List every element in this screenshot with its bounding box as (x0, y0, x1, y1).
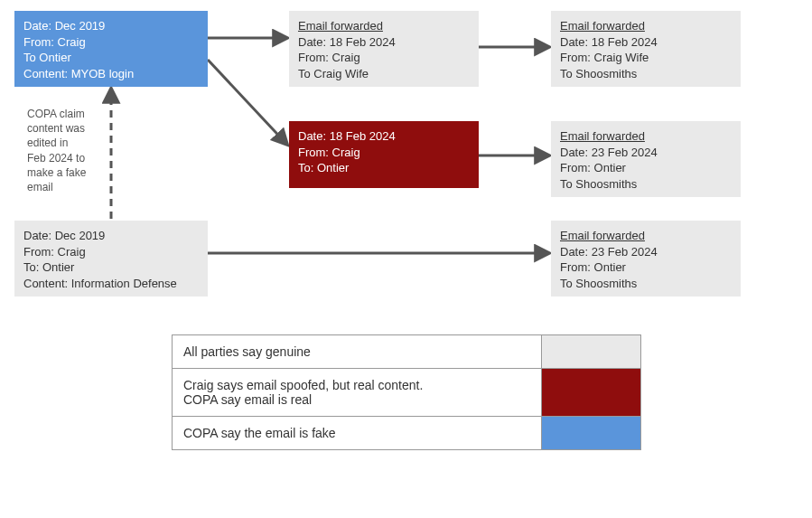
line: To Shoosmiths (560, 66, 732, 82)
line: Email forwarded (560, 128, 732, 145)
legend-swatch-red (542, 369, 641, 417)
line: To Ontier (23, 50, 199, 66)
email-origin-grey: Date: Dec 2019 From: Craig To: Ontier Co… (14, 221, 208, 297)
legend-row-3-label: COPA say the email is fake (173, 417, 542, 450)
line: Date: 18 Feb 2024 (560, 34, 732, 51)
line: From: Craig (298, 50, 470, 66)
line: Email forwarded (560, 228, 732, 244)
line: From: Craig (298, 145, 470, 161)
line: Email forwarded (298, 18, 470, 34)
email-forward-2: Email forwarded Date: 18 Feb 2024 From: … (551, 11, 741, 87)
line: From: Ontier (560, 259, 732, 276)
line: From: Ontier (560, 160, 732, 176)
svg-line-2 (208, 60, 287, 145)
line: To: Ontier (23, 259, 199, 276)
line: From: Craig Wife (560, 50, 732, 66)
line: To Craig Wife (298, 66, 470, 82)
line: Date: 18 Feb 2024 (298, 34, 470, 51)
line: Date: 18 Feb 2024 (298, 128, 470, 145)
line: From: Craig (23, 244, 199, 260)
line: To Shoosmiths (560, 176, 732, 193)
line: Email forwarded (560, 18, 732, 34)
line: Content: Information Defense (23, 276, 199, 292)
email-forward-4: Email forwarded Date: 23 Feb 2024 From: … (551, 221, 741, 297)
email-red: Date: 18 Feb 2024 From: Craig To: Ontier (289, 121, 479, 188)
email-forward-1: Email forwarded Date: 18 Feb 2024 From: … (289, 11, 479, 87)
legend-swatch-blue (542, 417, 641, 450)
line: Date: 23 Feb 2024 (560, 244, 732, 260)
email-origin-blue: Date: Dec 2019 From: Craig To Ontier Con… (14, 11, 208, 87)
email-forward-3: Email forwarded Date: 23 Feb 2024 From: … (551, 121, 741, 197)
line: Date: Dec 2019 (23, 228, 199, 244)
line: Date: 23 Feb 2024 (560, 145, 732, 161)
legend-table: All parties say genuine Craig says email… (172, 334, 641, 450)
line: Date: Dec 2019 (23, 18, 199, 34)
copa-claim-annotation: COPA claim content was edited in Feb 202… (27, 107, 108, 194)
legend-row-1-label: All parties say genuine (173, 335, 542, 369)
legend-swatch-grey (542, 335, 641, 369)
line: From: Craig (23, 34, 199, 51)
legend-row-2-label: Craig says email spoofed, but real conte… (173, 369, 542, 417)
line: Content: MYOB login (23, 66, 199, 82)
line: To Shoosmiths (560, 276, 732, 292)
line: To: Ontier (298, 160, 470, 176)
